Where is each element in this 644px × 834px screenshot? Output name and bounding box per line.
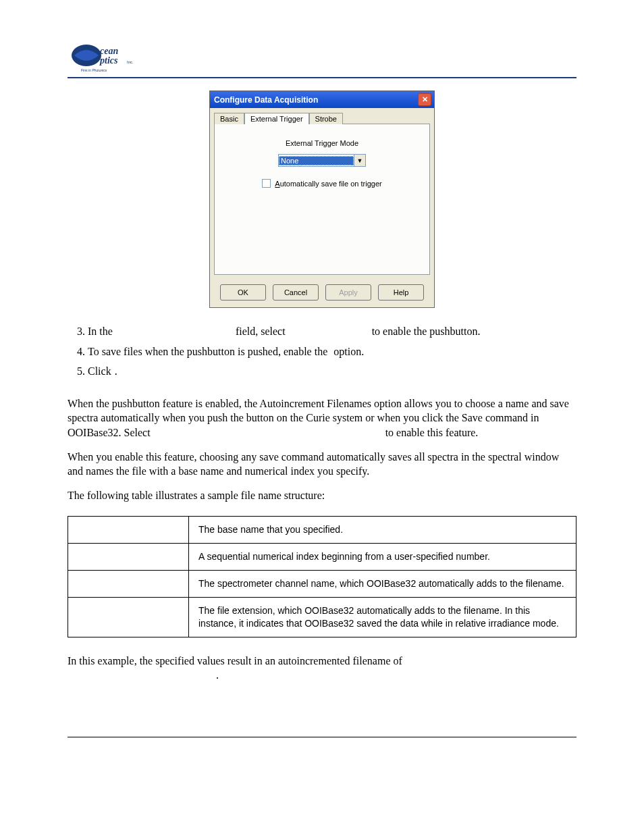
para4-a: In this example, the specified values re… [68,655,405,667]
dialog-tabs: Basic External Trigger Strobe [210,108,434,124]
table-row: The spectrometer channel name, which OOI… [68,571,576,598]
page-header: cean ptics Inc. First in Photonics [68,41,576,78]
svg-text:First in Photonics: First in Photonics [81,68,107,72]
svg-text:ptics: ptics [99,55,118,66]
svg-text:cean: cean [100,46,118,56]
step-5: Click . [88,364,576,379]
table-key-1 [68,544,189,571]
step-5-text-b: . [115,365,117,377]
step-3-text-c: to enable the pushbutton. [369,325,481,337]
table-row: The file extension, which OOIBase32 auto… [68,598,576,637]
chevron-down-icon[interactable]: ▼ [354,155,365,166]
table-key-2 [68,571,189,598]
filename-structure-table: The base name that you specified. A sequ… [68,516,576,637]
table-desc-0: The base name that you specified. [189,517,576,544]
cancel-button[interactable]: Cancel [273,284,319,301]
dialog-titlebar: Configure Data Acquisition ✕ [210,91,434,108]
checkbox-icon[interactable] [262,179,271,188]
external-trigger-mode-label: External Trigger Mode [286,139,358,147]
table-row: A sequential numerical index beginning f… [68,544,576,571]
ocean-optics-logo: cean ptics Inc. First in Photonics [68,41,142,73]
para1-a: When the pushbutton feature is enabled, … [68,398,569,438]
dialog-title: Configure Data Acquisition [214,95,318,105]
paragraph-feature-desc: When the pushbutton feature is enabled, … [68,396,576,440]
step-3-text-b: field, select [233,325,288,337]
table-key-3 [68,598,189,637]
paragraph-example: In this example, the specified values re… [68,654,576,683]
step-3-text-a: In the [88,325,115,337]
tab-strobe[interactable]: Strobe [309,113,343,124]
dialog-figure: Configure Data Acquisition ✕ Basic Exter… [68,90,576,308]
step-4-text-b: option. [331,346,364,357]
document-page: cean ptics Inc. First in Photonics Confi… [0,0,644,834]
table-row: The base name that you specified. [68,517,576,544]
paragraph-table-intro: The following table illustrates a sample… [68,488,576,503]
step-3: In the field, select to enable the pushb… [88,324,576,339]
auto-save-checkbox-text: utomatically save file on trigger [280,180,382,188]
help-button[interactable]: Help [378,284,424,301]
dropdown-selected-value: None [279,156,354,165]
table-key-0 [68,517,189,544]
configure-data-acquisition-dialog: Configure Data Acquisition ✕ Basic Exter… [209,90,435,308]
dialog-button-row: OK Cancel Apply Help [210,280,434,307]
tab-external-trigger[interactable]: External Trigger [244,113,309,124]
auto-save-checkbox-row[interactable]: Automatically save file on trigger [262,179,381,188]
page-footer [68,737,576,741]
tab-basic[interactable]: Basic [214,113,244,124]
para4-b: . [216,669,219,681]
para1-b: to enable this feature. [383,427,479,438]
ok-button[interactable]: OK [220,284,266,301]
procedure-steps: In the field, select to enable the pushb… [88,324,576,379]
table-desc-3: The file extension, which OOIBase32 auto… [189,598,576,637]
step-4-text-a: To save files when the pushbutton is pus… [88,346,330,357]
body-content: In the field, select to enable the pushb… [68,324,576,683]
step-5-text-a: Click [88,365,114,377]
table-desc-2: The spectrometer channel name, which OOI… [189,571,576,598]
auto-save-checkbox-label: Automatically save file on trigger [275,180,381,188]
paragraph-enable-desc: When you enable this feature, choosing a… [68,450,576,479]
table-desc-1: A sequential numerical index beginning f… [189,544,576,571]
tab-panel-external-trigger: External Trigger Mode None ▼ Automatical… [214,124,430,275]
close-icon[interactable]: ✕ [418,93,431,106]
step-4: To save files when the pushbutton is pus… [88,344,576,359]
svg-text:Inc.: Inc. [127,60,134,64]
apply-button[interactable]: Apply [325,284,371,301]
external-trigger-mode-dropdown[interactable]: None ▼ [278,154,366,167]
